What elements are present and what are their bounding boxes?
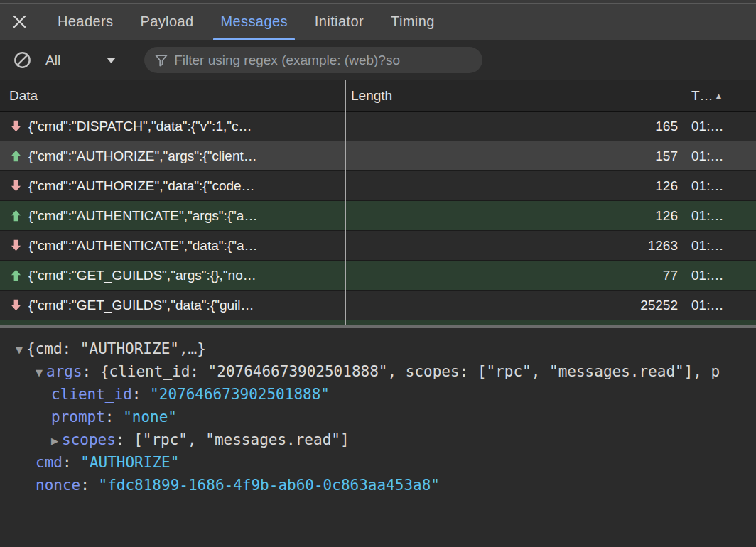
arrow-down-icon — [10, 299, 22, 311]
message-row[interactable]: {"cmd":"GET_GUILDS","data":{"guil…252520… — [0, 291, 756, 320]
message-data-cell: {"cmd":"AUTHENTICATE","args":{"a… — [0, 208, 345, 224]
column-header-data[interactable]: Data — [0, 88, 345, 104]
tab-messages[interactable]: Messages — [210, 4, 297, 40]
block-icon — [13, 50, 32, 70]
message-data-text: {"cmd":"AUTHORIZE","args":{"client… — [28, 148, 257, 164]
tree-preview: {client_id: "207646673902501888", scopes… — [100, 363, 720, 380]
message-data-text: {"cmd":"DISPATCH","data":{"v":1,"c… — [28, 119, 252, 134]
arrow-down-icon — [10, 120, 22, 132]
request-tab-bar: HeadersPayloadMessagesInitiatorTiming — [0, 4, 756, 40]
network-request-panel: HeadersPayloadMessagesInitiatorTiming Al… — [0, 0, 756, 547]
tree-key-separator: : — [105, 408, 123, 426]
message-data-cell: {"cmd":"AUTHORIZE","args":{"client… — [0, 148, 345, 164]
tabs-container: HeadersPayloadMessagesInitiatorTiming — [44, 4, 448, 40]
message-type-value: All — [45, 53, 60, 68]
message-time-cell: 01:… — [686, 178, 756, 194]
arrow-up-icon — [10, 210, 22, 222]
arrow-up-icon — [10, 269, 22, 281]
message-data-cell: {"cmd":"AUTHORIZE","data":{"code… — [0, 178, 345, 194]
message-time-cell: 01:… — [686, 268, 756, 283]
message-row[interactable]: {"cmd":"AUTHORIZE","data":{"code…12601:… — [0, 171, 756, 201]
payload-tree: ▼{cmd: "AUTHORIZE",…}▼args: {client_id: … — [0, 328, 756, 547]
triangle-expanded-icon[interactable]: ▼ — [36, 362, 46, 383]
tree-row[interactable]: client_id: "207646673902501888" — [0, 383, 756, 406]
tab-timing[interactable]: Timing — [381, 4, 445, 40]
arrow-up-icon — [10, 150, 22, 162]
table-header: Data Length T… ▲ — [0, 80, 756, 112]
tree-key: cmd — [36, 454, 63, 471]
message-data-cell: {"cmd":"AUTHENTICATE","data":{"a… — [0, 238, 345, 254]
tab-initiator[interactable]: Initiator — [305, 4, 374, 40]
tree-row[interactable]: ▼{cmd: "AUTHORIZE",…} — [0, 337, 756, 360]
filter-placeholder: Filter using regex (example: (web)?so — [174, 53, 472, 68]
funnel-icon — [155, 54, 168, 67]
column-header-time-label: T… — [691, 88, 713, 104]
message-data-cell: {"cmd":"GET_GUILDS","args":{},"no… — [0, 268, 345, 283]
message-time-cell: 01:… — [686, 119, 756, 134]
message-data-text: {"cmd":"AUTHENTICATE","data":{"a… — [28, 238, 257, 254]
message-data-cell: {"cmd":"GET_GUILDS","data":{"guil… — [0, 298, 345, 313]
message-row[interactable]: {"cmd":"AUTHORIZE","args":{"client…15701… — [0, 141, 756, 171]
triangle-expanded-icon[interactable]: ▼ — [16, 339, 26, 360]
column-header-length[interactable]: Length — [345, 88, 686, 104]
message-data-text: {"cmd":"GET_GUILDS","data":{"guil… — [28, 298, 254, 313]
tree-value: "fdc81899-1686-4f9b-ab60-0c863aa453a8" — [99, 477, 440, 494]
message-rows: {"cmd":"DISPATCH","data":{"v":1,"c…16501… — [0, 112, 756, 320]
sort-ascending-icon: ▲ — [715, 91, 723, 101]
arrow-down-icon — [10, 180, 22, 192]
column-divider[interactable] — [686, 80, 686, 325]
tree-row[interactable]: cmd: "AUTHORIZE" — [0, 451, 756, 474]
chevron-down-icon — [106, 57, 117, 64]
tab-payload[interactable]: Payload — [130, 4, 203, 40]
message-row[interactable]: {"cmd":"AUTHENTICATE","args":{"a…12601:… — [0, 201, 756, 231]
tree-row[interactable]: ▼args: {client_id: "207646673902501888",… — [0, 360, 756, 383]
tree-key: client_id — [51, 386, 132, 403]
tab-headers[interactable]: Headers — [48, 4, 123, 40]
message-length-cell: 126 — [345, 178, 686, 194]
tree-preview: ["rpc", "messages.read"] — [134, 431, 349, 448]
filter-input[interactable]: Filter using regex (example: (web)?so — [144, 47, 482, 73]
message-time-cell: 01:… — [686, 298, 756, 313]
tree-key: nonce — [36, 477, 80, 494]
tree-row[interactable]: prompt: "none" — [0, 406, 756, 428]
tree-row[interactable]: ▶scopes: ["rpc", "messages.read"] — [0, 428, 756, 451]
messages-table: Data Length T… ▲ {"cmd":"DISPATCH","data… — [0, 80, 756, 325]
message-length-cell: 157 — [345, 148, 686, 164]
message-data-text: {"cmd":"AUTHORIZE","data":{"code… — [28, 178, 255, 194]
clear-messages-button[interactable] — [13, 50, 32, 70]
message-length-cell: 77 — [345, 268, 686, 283]
message-data-text: {"cmd":"GET_GUILDS","args":{},"no… — [28, 268, 256, 283]
tree-key: args — [46, 363, 82, 380]
triangle-collapsed-icon[interactable]: ▶ — [51, 430, 62, 451]
tree-key-separator: : — [82, 363, 100, 380]
message-row[interactable]: {"cmd":"GET_GUILDS","args":{},"no…7701:… — [0, 261, 756, 291]
column-divider[interactable] — [345, 80, 346, 325]
message-time-cell: 01:… — [686, 208, 756, 224]
tree-key-separator: : — [116, 431, 134, 448]
message-time-cell: 01:… — [686, 238, 756, 254]
filter-toolbar: All Filter using regex (example: (web)?s… — [0, 40, 756, 80]
tree-row[interactable]: nonce: "fdc81899-1686-4f9b-ab60-0c863aa4… — [0, 474, 756, 497]
tree-key-separator: : — [80, 477, 98, 494]
message-length-cell: 1263 — [345, 238, 686, 254]
tree-key: scopes — [62, 431, 116, 448]
message-row[interactable]: {"cmd":"DISPATCH","data":{"v":1,"c…16501… — [0, 112, 756, 141]
tree-key: prompt — [51, 408, 105, 426]
message-length-cell: 126 — [345, 208, 686, 224]
tree-value: "none" — [123, 408, 177, 426]
arrow-down-icon — [10, 239, 22, 251]
partial-message-row[interactable] — [0, 320, 756, 325]
close-button[interactable] — [0, 4, 38, 40]
message-time-cell: 01:… — [686, 148, 756, 164]
message-length-cell: 165 — [345, 119, 686, 134]
message-data-text: {"cmd":"AUTHENTICATE","args":{"a… — [28, 208, 257, 224]
column-header-time[interactable]: T… ▲ — [686, 88, 756, 104]
message-length-cell: 25252 — [345, 298, 686, 313]
tree-value: "207646673902501888" — [150, 386, 330, 403]
message-row[interactable]: {"cmd":"AUTHENTICATE","data":{"a…126301:… — [0, 231, 756, 261]
message-type-dropdown[interactable]: All — [32, 53, 117, 68]
tree-key-separator: : — [63, 454, 80, 471]
close-icon — [12, 14, 27, 29]
tree-value: "AUTHORIZE" — [80, 454, 179, 471]
tree-preview: {cmd: "AUTHORIZE",…} — [26, 340, 206, 357]
